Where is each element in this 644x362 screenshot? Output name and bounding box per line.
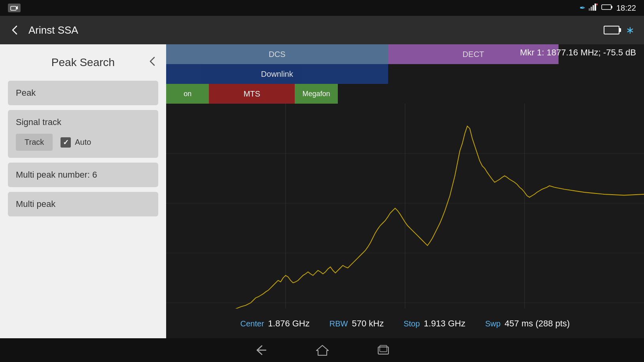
stop-label: Stop: [403, 319, 420, 328]
svg-marker-21: [316, 345, 328, 355]
home-nav-icon: [316, 344, 329, 356]
info-bar: Center 1.876 GHz RBW 570 kHz Stop 1.913 …: [166, 309, 644, 338]
svg-rect-0: [11, 6, 16, 10]
svg-rect-23: [380, 345, 387, 352]
multi-peak-number-button[interactable]: Multi peak number: 6: [8, 163, 158, 187]
stop-freq-item: Stop 1.913 GHz: [403, 318, 465, 329]
signal-icon: [589, 4, 598, 13]
signal-track-section: Signal track Track ✓ Auto: [8, 110, 158, 158]
recent-nav-button[interactable]: [377, 345, 390, 356]
bottom-nav-bar: [0, 338, 644, 362]
op-band-labels: on MTS Megafon: [166, 84, 644, 104]
main-content: Peak Search Peak Signal track Track ✓: [0, 44, 644, 338]
auto-checkbox-group: ✓ Auto: [61, 137, 91, 148]
status-bar-left: [8, 4, 21, 12]
time-display: 18:22: [616, 4, 636, 13]
op-empty: [338, 84, 644, 104]
signal-track-title: Signal track: [16, 117, 150, 127]
battery-icon: [601, 4, 613, 12]
peak-button[interactable]: Peak: [8, 81, 158, 105]
swp-value: 457 ms (288 pts): [504, 318, 570, 329]
multi-peak-label: Multi peak: [16, 199, 55, 209]
nav-battery-icon: [604, 26, 619, 34]
peak-button-label: Peak: [16, 88, 36, 98]
chart-area: Mkr 1: 1877.16 MHz; -75.5 dB DCS DECT Do…: [166, 44, 644, 338]
svg-rect-4: [593, 5, 594, 11]
home-nav-button[interactable]: [316, 344, 329, 356]
svg-rect-8: [602, 5, 611, 9]
app-title: Arinst SSA: [28, 24, 596, 36]
panel-header: Peak Search: [8, 52, 158, 73]
checkmark-icon: ✓: [63, 138, 69, 147]
stop-value: 1.913 GHz: [424, 318, 465, 329]
center-value: 1.876 GHz: [268, 318, 310, 329]
back-nav-button[interactable]: [254, 344, 268, 356]
recent-nav-icon: [377, 345, 390, 356]
spectrum-chart: 1860 1880 1900: [166, 104, 644, 338]
multi-peak-number-label: Multi peak number: 6: [16, 170, 97, 180]
marker-info: Mkr 1: 1877.16 MHz; -75.5 dB: [520, 47, 636, 58]
mts-band: MTS: [209, 84, 295, 104]
beeline-band: on: [166, 84, 209, 104]
megafon-band: Megafon: [295, 84, 337, 104]
svg-rect-9: [611, 6, 612, 8]
auto-label: Auto: [75, 138, 91, 147]
downlink-band: Downlink: [166, 64, 388, 84]
rbw-value: 570 kHz: [352, 318, 384, 329]
swp-item: Swp 457 ms (288 pts): [485, 318, 570, 329]
side-panel: Peak Search Peak Signal track Track ✓: [0, 44, 166, 338]
svg-rect-5: [595, 4, 596, 11]
sub-band-labels: Downlink: [166, 64, 644, 84]
nav-bar: Arinst SSA ∗: [0, 16, 644, 44]
dcs-band: DCS: [166, 44, 388, 64]
auto-checkbox[interactable]: ✓: [61, 137, 71, 148]
bluetooth-status-icon: ✒: [580, 4, 585, 12]
track-button-label: Track: [25, 138, 44, 146]
center-freq-item: Center 1.876 GHz: [241, 318, 310, 329]
status-bar-right: ✒ 18:22: [580, 4, 636, 13]
nav-bluetooth-icon: ∗: [626, 24, 635, 36]
back-nav-icon: [254, 344, 268, 356]
signal-track-controls: Track ✓ Auto: [16, 134, 150, 151]
svg-rect-3: [591, 7, 592, 11]
sub-band-empty: [388, 64, 644, 84]
nav-icons: ∗: [604, 24, 635, 36]
rbw-item: RBW 570 kHz: [330, 318, 384, 329]
svg-rect-2: [589, 8, 590, 11]
nav-back-button[interactable]: [9, 25, 21, 36]
track-button[interactable]: Track: [16, 134, 53, 151]
swp-label: Swp: [485, 319, 500, 328]
camera-icon: [8, 4, 21, 12]
status-bar: ✒ 18:22: [0, 0, 644, 16]
panel-close-button[interactable]: [147, 56, 158, 70]
multi-peak-button[interactable]: Multi peak: [8, 192, 158, 216]
panel-title: Peak Search: [51, 56, 115, 69]
center-label: Center: [241, 319, 264, 328]
rbw-label: RBW: [330, 319, 348, 328]
